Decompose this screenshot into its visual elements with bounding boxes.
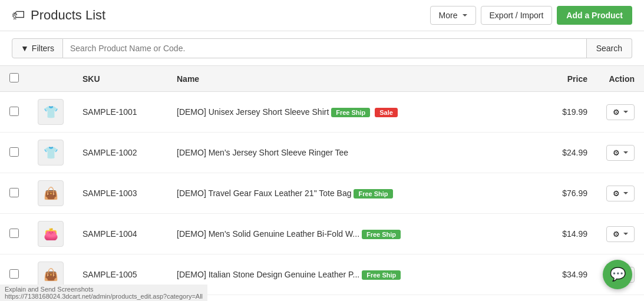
gear-icon: ⚙ — [613, 230, 620, 239]
product-name: [DEMO] Men's Solid Genuine Leather Bi-Fo… — [177, 229, 359, 239]
product-name-cell: [DEMO] Italian Stone Design Genuine Leat… — [167, 254, 538, 295]
action-caret-icon — [623, 111, 628, 113]
product-sku: SAMPLE-1004 — [73, 214, 167, 254]
header-price: Price — [538, 66, 597, 92]
product-name-cell: [DEMO] Unisex Jersey Short Sleeve Shirt … — [167, 92, 538, 133]
filter-bar: ▼ Filters Search — [0, 31, 644, 66]
product-name-cell: [DEMO] Men's Jersey Short Sleeve Ringer … — [167, 133, 538, 173]
more-button[interactable]: More — [430, 6, 476, 25]
row-checkbox-4[interactable] — [9, 269, 19, 279]
header-actions: More Export / Import Add a Product — [430, 6, 632, 25]
row-checkbox-1[interactable] — [9, 147, 19, 157]
table-row: 👜SAMPLE-1003[DEMO] Travel Gear Faux Leat… — [0, 173, 644, 214]
gear-icon: ⚙ — [613, 189, 620, 198]
product-name-cell: [DEMO] Travel Gear Faux Leather 21" Tote… — [167, 173, 538, 214]
product-price: $34.99 — [538, 254, 597, 295]
products-table: SKU Name Price Action 👕SAMPLE-1001[DEMO]… — [0, 66, 644, 295]
product-name: [DEMO] Italian Stone Design Genuine Leat… — [177, 270, 359, 279]
search-input[interactable] — [63, 38, 587, 58]
filter-icon: ▼ — [21, 44, 29, 53]
header-thumb-col — [28, 66, 73, 92]
gear-icon: ⚙ — [613, 108, 620, 117]
filters-button[interactable]: ▼ Filters — [12, 38, 63, 58]
product-action-cell: ⚙ — [597, 133, 644, 173]
status-bar: Explain and Send Screenshots https://713… — [0, 285, 207, 295]
product-name-cell: [DEMO] Men's Solid Genuine Leather Bi-Fo… — [167, 214, 538, 254]
product-sku: SAMPLE-1001 — [73, 92, 167, 133]
product-action-button[interactable]: ⚙ — [606, 226, 635, 242]
more-caret-icon — [463, 14, 467, 16]
page-header: 🏷 Products List More Export / Import Add… — [0, 0, 644, 31]
action-caret-icon — [623, 233, 628, 235]
product-thumbnail: 👕 — [38, 99, 64, 125]
product-name: [DEMO] Unisex Jersey Short Sleeve Shirt — [177, 107, 329, 117]
action-caret-icon — [623, 151, 628, 154]
table-header-row: SKU Name Price Action — [0, 66, 644, 92]
export-import-button[interactable]: Export / Import — [481, 6, 553, 25]
badge-free-ship: Free Ship — [362, 270, 401, 280]
chat-bubble-button[interactable]: 💬 — [603, 260, 632, 289]
badge-free-ship: Free Ship — [354, 189, 392, 199]
table-row: 👕SAMPLE-1001[DEMO] Unisex Jersey Short S… — [0, 92, 644, 133]
product-thumbnail: 👕 — [38, 140, 64, 166]
header-checkbox-col — [0, 66, 28, 92]
product-action-button[interactable]: ⚙ — [606, 104, 635, 120]
row-checkbox-3[interactable] — [9, 229, 19, 238]
product-action-cell: ⚙ — [597, 173, 644, 214]
product-action-button[interactable]: ⚙ — [606, 186, 635, 201]
product-name: [DEMO] Men's Jersey Short Sleeve Ringer … — [177, 148, 348, 157]
product-price: $19.99 — [538, 92, 597, 133]
product-sku: SAMPLE-1003 — [73, 173, 167, 214]
product-price: $24.99 — [538, 133, 597, 173]
page-title: Products List — [31, 8, 105, 23]
badge-free-ship: Free Ship — [362, 230, 401, 239]
title-area: 🏷 Products List — [12, 8, 105, 23]
product-price: $76.99 — [538, 173, 597, 214]
row-checkbox-2[interactable] — [9, 188, 19, 197]
header-sku: SKU — [73, 66, 167, 92]
table-row: 👕SAMPLE-1002[DEMO] Men's Jersey Short Sl… — [0, 133, 644, 173]
header-action: Action — [597, 66, 644, 92]
select-all-checkbox[interactable] — [9, 73, 19, 82]
product-sku: SAMPLE-1002 — [73, 133, 167, 173]
product-action-cell: ⚙ — [597, 214, 644, 254]
header-name: Name — [167, 66, 538, 92]
product-name: [DEMO] Travel Gear Faux Leather 21" Tote… — [177, 188, 352, 198]
search-button[interactable]: Search — [587, 38, 632, 58]
badge-free-ship: Free Ship — [331, 108, 370, 117]
product-action-button[interactable]: ⚙ — [606, 145, 635, 161]
row-checkbox-0[interactable] — [9, 107, 19, 116]
product-action-cell: ⚙ — [597, 92, 644, 133]
table-row: 👛SAMPLE-1004[DEMO] Men's Solid Genuine L… — [0, 214, 644, 254]
products-icon: 🏷 — [12, 8, 25, 23]
product-thumbnail: 👜 — [38, 180, 64, 206]
product-price: $14.99 — [538, 214, 597, 254]
add-product-button[interactable]: Add a Product — [557, 6, 632, 25]
badge-sale: Sale — [375, 108, 398, 117]
gear-icon: ⚙ — [613, 148, 620, 157]
product-thumbnail: 👜 — [38, 262, 64, 287]
product-thumbnail: 👛 — [38, 221, 64, 247]
action-caret-icon — [623, 192, 628, 194]
